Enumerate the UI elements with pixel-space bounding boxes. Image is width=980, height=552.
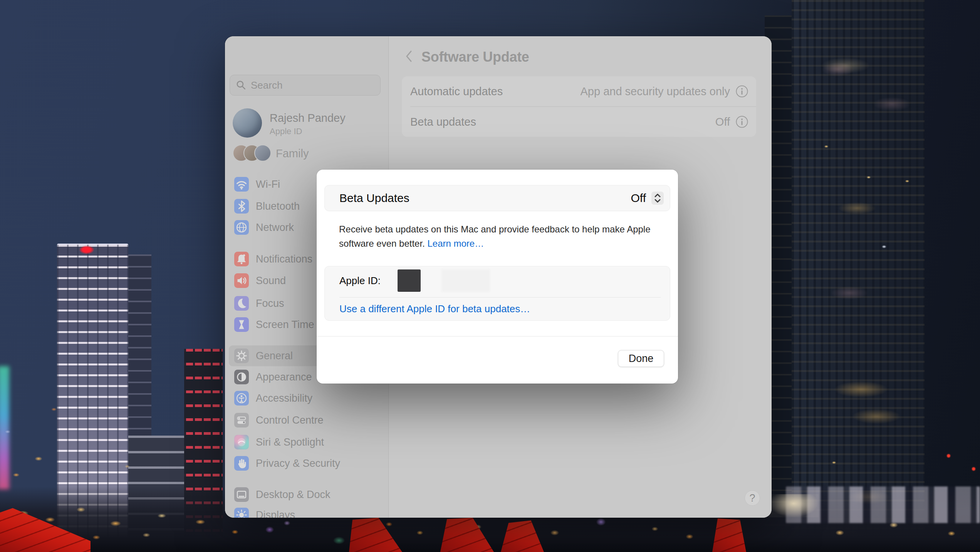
siri-icon: [234, 435, 249, 449]
gear-icon: [234, 348, 249, 363]
globe-icon: [234, 220, 249, 235]
avatar[interactable]: [233, 108, 262, 138]
beta-updates-dialog: Beta Updates Off Receive beta updates on…: [317, 170, 678, 384]
wallpaper-aviation-light: [947, 454, 950, 458]
software-update-card: Automatic updates App and security updat…: [402, 76, 756, 137]
dialog-title: Beta Updates: [339, 192, 409, 205]
dialog-description: Receive beta updates on this Mac and pro…: [339, 222, 667, 251]
wallpaper-left-lights: [0, 385, 231, 486]
wallpaper-pavilion: [769, 494, 819, 517]
hourglass-icon: [234, 317, 249, 332]
automatic-updates-row[interactable]: Automatic updates App and security updat…: [402, 76, 756, 106]
redacted-apple-id: [398, 269, 421, 292]
done-button[interactable]: Done: [618, 350, 664, 367]
chevron-left-icon: [405, 50, 413, 63]
use-different-apple-id-link[interactable]: Use a different Apple ID for beta update…: [339, 303, 530, 315]
profile-subtitle: Apple ID: [270, 126, 302, 136]
hand-icon: [234, 456, 249, 471]
chevron-up-down-icon: [653, 193, 662, 204]
beta-updates-row[interactable]: Beta updates Off: [402, 107, 756, 137]
page-title: Software Update: [421, 49, 529, 65]
sidebar-item-displays[interactable]: Displays: [229, 505, 384, 518]
info-icon[interactable]: [735, 85, 748, 98]
wallpaper-aviation-light: [972, 467, 975, 471]
info-icon[interactable]: [735, 115, 748, 128]
toggles-icon: [234, 413, 249, 427]
brightness-icon: [234, 508, 249, 518]
wallpaper-red-lamp: [79, 246, 94, 254]
redacted-apple-id-faint: [441, 269, 490, 292]
apple-id-label: Apple ID:: [339, 275, 381, 287]
family-avatar[interactable]: [254, 145, 271, 162]
profile-name[interactable]: Rajesh Pandey: [270, 112, 346, 125]
sidebar-item-privacy-security[interactable]: Privacy & Security: [229, 453, 384, 474]
dialog-footer-divider: [317, 336, 678, 337]
speaker-icon: [234, 273, 249, 288]
learn-more-link[interactable]: Learn more…: [427, 238, 484, 249]
dock-icon: [234, 487, 249, 502]
back-button[interactable]: [401, 48, 417, 65]
sidebar-item-siri-spotlight[interactable]: Siri & Spotlight: [229, 432, 384, 453]
sidebar-item-accessibility[interactable]: Accessibility: [229, 388, 384, 409]
sidebar-item-desktop-dock[interactable]: Desktop & Dock: [229, 484, 384, 505]
beta-updates-setting-row: Beta Updates Off: [324, 185, 670, 211]
bluetooth-icon: [234, 199, 249, 214]
help-button[interactable]: ?: [745, 490, 760, 506]
search-placeholder: Search: [251, 79, 282, 91]
beta-updates-value: Off: [631, 192, 646, 205]
wifi-icon: [234, 177, 249, 192]
search-icon: [235, 79, 247, 91]
search-input[interactable]: Search: [230, 75, 381, 96]
accessibility-icon: [234, 391, 249, 406]
beta-updates-popup-button[interactable]: [651, 192, 664, 205]
apple-id-card: Apple ID: Use a different Apple ID for b…: [324, 266, 670, 321]
question-mark-icon: ?: [749, 492, 755, 504]
contrast-icon: [234, 370, 249, 384]
sidebar-item-control-centre[interactable]: Control Centre: [229, 410, 384, 431]
divider: [339, 297, 661, 298]
family-label[interactable]: Family: [276, 147, 309, 160]
moon-icon: [234, 296, 249, 311]
bell-icon: [234, 252, 249, 266]
wallpaper-ifc-tower: [792, 0, 925, 552]
